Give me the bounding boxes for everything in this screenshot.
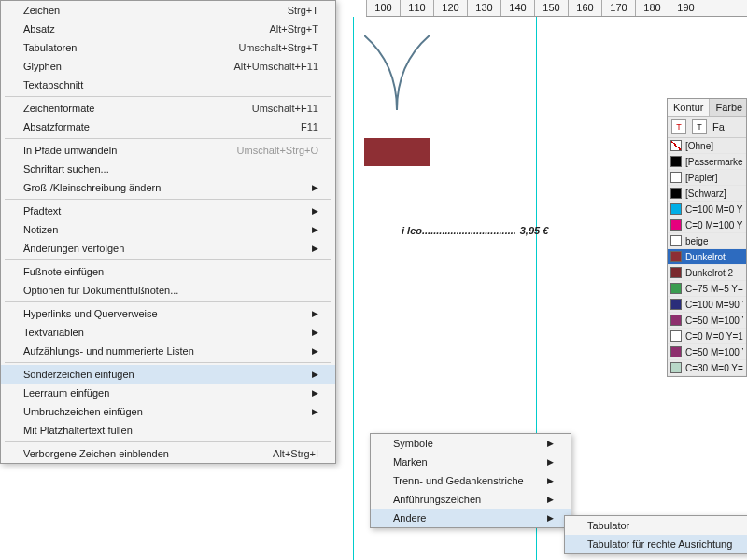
menu-separator [5, 362, 331, 363]
ruler-tick: 160 [568, 0, 601, 16]
swatch-color-icon [670, 283, 682, 294]
swatch-row[interactable]: C=100 M=90 Y [668, 297, 746, 313]
swatch-color-icon [670, 315, 682, 326]
swatch-row[interactable]: C=75 M=5 Y= [668, 281, 746, 297]
menu-item[interactable]: Verborgene Zeichen einblendenAlt+Strg+I [1, 444, 335, 463]
swatch-row[interactable]: Dunkelrot [668, 249, 746, 265]
menu-item-label: Anführungszeichen [393, 494, 542, 505]
menu-separator [5, 441, 331, 442]
menu-item-label: Fußnote einfügen [23, 266, 318, 277]
menu-item[interactable]: Schriftart suchen... [1, 160, 335, 178]
ruler-tick: 180 [635, 0, 669, 16]
submenu-arrow-icon: ▶ [312, 370, 318, 379]
submenu-arrow-icon: ▶ [547, 457, 554, 467]
swatch-name: [Ohne] [685, 141, 713, 151]
guide-vertical [353, 17, 354, 560]
menu-item[interactable]: TabulatorenUmschalt+Strg+T [1, 38, 335, 57]
swatch-name: Dunkelrot [685, 252, 726, 262]
swatch-color-icon [670, 172, 682, 183]
menu-item[interactable]: Notizen▶ [1, 220, 335, 239]
swatch-row[interactable]: C=50 M=100 Y [668, 344, 746, 360]
menu-item[interactable]: Pfadtext▶ [1, 202, 335, 220]
swatch-name: C=75 M=5 Y= [685, 284, 743, 294]
swatch-row[interactable]: [Ohne] [668, 138, 746, 154]
swatch-color-icon [670, 156, 682, 167]
menu-item-label: Andere [393, 512, 542, 524]
swatch-color-icon [670, 203, 682, 215]
document-text: i leo................................. 3… [402, 222, 548, 237]
menu-item[interactable]: Sonderzeichen einfügen▶ [1, 365, 335, 384]
swatch-row[interactable]: [Passermarken] [668, 154, 746, 170]
menu-item-label: Mit Platzhaltertext füllen [23, 425, 318, 436]
menu-item-label: Hyperlinks und Querverweise [23, 308, 306, 319]
menu-item[interactable]: AbsatzformateF11 [1, 118, 335, 136]
menu-item[interactable]: Leerraum einfügen▶ [1, 384, 335, 402]
menu-item[interactable]: Trenn- und Gedankenstriche▶ [371, 471, 571, 490]
swatch-color-icon [670, 346, 682, 357]
menu-item[interactable]: Aufzählungs- und nummerierte Listen▶ [1, 342, 335, 360]
swatch-color-icon [670, 219, 682, 231]
swatch-row[interactable]: Dunkelrot 2 [668, 265, 746, 281]
tab-farbe[interactable]: Farbe [710, 99, 747, 116]
menu-item[interactable]: AbsatzAlt+Strg+T [1, 20, 335, 38]
menu-item-label: Optionen für Dokumentfußnoten... [23, 285, 318, 296]
swatch-row[interactable]: C=30 M=0 Y= [668, 360, 746, 376]
menu-item[interactable]: Umbruchzeichen einfügen▶ [1, 402, 335, 421]
menu-item[interactable]: Groß-/Kleinschreibung ändern▶ [1, 178, 335, 197]
swatch-name: C=0 M=0 Y=1 [685, 331, 743, 342]
menu-item[interactable]: Hyperlinks und Querverweise▶ [1, 304, 335, 323]
swatch-row[interactable]: C=0 M=100 Y= [668, 217, 746, 233]
ruler-tick: 100 [366, 0, 400, 16]
menu-item[interactable]: Mit Platzhaltertext füllen [1, 421, 335, 440]
swatch-row[interactable]: [Papier] [668, 170, 746, 186]
swatch-color-icon [670, 362, 682, 373]
ruler-tick: 190 [669, 0, 702, 16]
menu-item-shortcut: F11 [301, 121, 318, 133]
menu-item[interactable]: ZeichenformateUmschalt+F11 [1, 99, 335, 118]
menu-item-label: Zeichen [23, 5, 288, 16]
ruler-tick: 120 [433, 0, 467, 16]
other-submenu: TabulatorTabulator für rechte Ausrichtun… [564, 515, 747, 554]
menu-item-label: Verborgene Zeichen einblenden [23, 448, 273, 459]
swatch-name: C=100 M=0 Y= [685, 204, 743, 215]
menu-separator [5, 138, 331, 139]
menu-item-label: Glyphen [23, 61, 234, 72]
panel-icons: T T Fa [668, 117, 746, 138]
swatch-name: [Papier] [685, 173, 717, 183]
tab-kontur[interactable]: Kontur [668, 99, 710, 116]
menu-item[interactable]: Anführungszeichen▶ [371, 490, 571, 509]
menu-item-label: Umbruchzeichen einfügen [23, 406, 306, 417]
menu-item[interactable]: Änderungen verfolgen▶ [1, 239, 335, 258]
menu-item-label: Tabulator für rechte Ausrichtung [587, 539, 733, 550]
submenu-arrow-icon: ▶ [312, 328, 318, 337]
menu-item[interactable]: Fußnote einfügen [1, 262, 335, 281]
swatch-row[interactable]: C=0 M=0 Y=1 [668, 329, 746, 344]
text-stroke-icon[interactable]: T [692, 119, 707, 134]
menu-separator [5, 259, 331, 260]
menu-item[interactable]: Symbole▶ [371, 434, 571, 453]
swatch-row[interactable]: beige [668, 233, 746, 249]
swatch-name: C=100 M=90 Y [685, 300, 743, 310]
menu-item-label: Leerraum einfügen [23, 387, 306, 399]
menu-item[interactable]: ZeichenStrg+T [1, 1, 335, 20]
menu-item[interactable]: Textvariablen▶ [1, 323, 335, 342]
menu-item[interactable]: Optionen für Dokumentfußnoten... [1, 281, 335, 300]
swatch-row[interactable]: C=50 M=100 Y [668, 313, 746, 329]
menu-separator [5, 199, 331, 200]
menu-item[interactable]: Andere▶ [371, 509, 571, 527]
menu-item-label: Absatzformate [23, 121, 301, 133]
swatch-row[interactable]: [Schwarz] [668, 186, 746, 202]
menu-item[interactable]: Marken▶ [371, 453, 571, 471]
text-fill-icon[interactable]: T [671, 119, 686, 134]
menu-item[interactable]: Tabulator [565, 516, 747, 535]
submenu-arrow-icon: ▶ [547, 476, 554, 485]
menu-item-label: Groß-/Kleinschreibung ändern [23, 182, 306, 193]
menu-item-shortcut: Alt+Umschalt+F11 [234, 61, 318, 72]
menu-item[interactable]: Textabschnitt [1, 76, 335, 94]
swatch-row[interactable]: C=100 M=0 Y= [668, 202, 746, 217]
ruler-tick: 130 [467, 0, 500, 16]
menu-item[interactable]: Tabulator für rechte Ausrichtung [565, 535, 747, 553]
menu-item-shortcut: Umschalt+Strg+T [238, 42, 318, 53]
menu-item[interactable]: GlyphenAlt+Umschalt+F11 [1, 57, 335, 76]
ruler-tick: 170 [601, 0, 635, 16]
